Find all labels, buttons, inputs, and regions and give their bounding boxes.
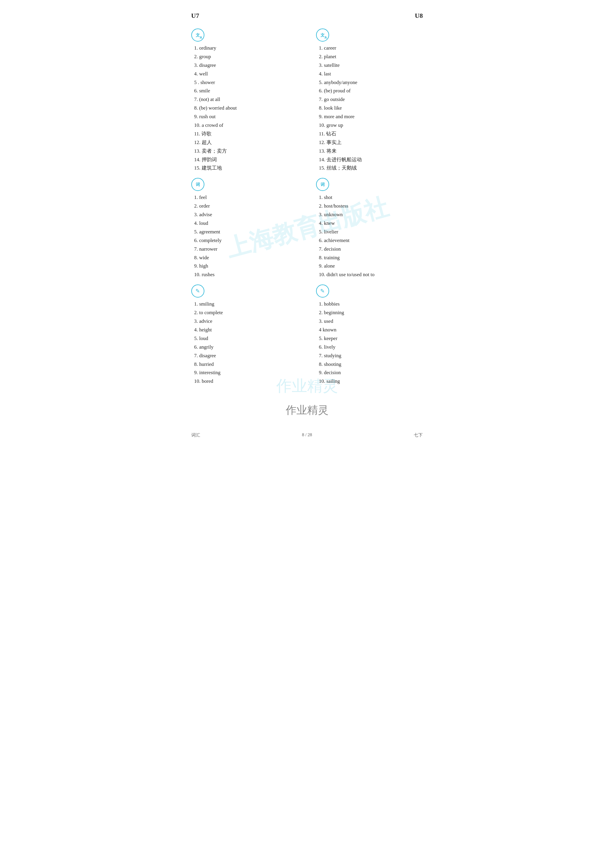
list-item: 1. shot	[319, 193, 423, 202]
footer-left: 词汇	[191, 432, 200, 438]
u7-title: U7	[191, 12, 199, 20]
list-item: 3. unknown	[319, 211, 423, 219]
u7-section-write-list: 1. smiling 2. to complete 3. advice 4. h…	[191, 300, 298, 386]
list-item: 10. rushes	[194, 271, 298, 279]
u7-section-a: 1. ordinary 2. group 3. disagree 4. well…	[191, 28, 298, 172]
u7-ci-icon	[191, 178, 205, 191]
list-item: 3. used	[319, 317, 423, 326]
u7-section-a-list: 1. ordinary 2. group 3. disagree 4. well…	[191, 44, 298, 172]
u7-write-icon	[191, 285, 205, 298]
list-item: 5. loud	[194, 334, 298, 343]
list-item: 6. achievement	[319, 236, 423, 245]
list-item: 5. keeper	[319, 334, 423, 343]
list-item: 4 known	[319, 326, 423, 334]
list-item: 12. 超人	[194, 138, 298, 147]
list-item: 7. disagree	[194, 352, 298, 360]
list-item: 8. hurried	[194, 360, 298, 369]
list-item: 6. (be) proud of	[319, 87, 423, 95]
list-item: 4. well	[194, 70, 298, 78]
list-item: 8. (be) worried about	[194, 104, 298, 113]
list-item: 3. advise	[194, 211, 298, 219]
list-item: 1. smiling	[194, 300, 298, 308]
u8-wen-a-symbol	[321, 33, 325, 38]
list-item: 3. disagree	[194, 61, 298, 70]
list-item: 2. to complete	[194, 308, 298, 317]
list-item: 10. a crowd of	[194, 121, 298, 130]
list-item: 10. bored	[194, 377, 298, 386]
logo-bottom: 作业精灵	[191, 403, 423, 417]
u7-wen-a-symbol	[196, 33, 200, 38]
list-item: 3. advice	[194, 317, 298, 326]
u8-section-a: 1. career 2. planet 3. satellite 4. last…	[316, 28, 423, 172]
list-item: 9. more and more	[319, 113, 423, 121]
list-item: 1. feel	[194, 193, 298, 202]
list-item: 11. 钻石	[319, 130, 423, 138]
page-footer: 词汇 8 / 28 七下	[191, 432, 423, 438]
u7-column: 1. ordinary 2. group 3. disagree 4. well…	[191, 28, 298, 391]
list-item: 2. order	[194, 202, 298, 211]
u8-section-ci: 1. shot 2. host/hostess 3. unknown 4. kn…	[316, 178, 423, 279]
list-item: 6. lively	[319, 343, 423, 352]
u7-write-symbol	[195, 288, 200, 294]
u7-section-a-icon-wrap	[191, 28, 298, 42]
u7-ci-symbol	[196, 182, 200, 188]
list-item: 10. grow up	[319, 121, 423, 130]
list-item: 5 . shower	[194, 78, 298, 87]
list-item: 7. studying	[319, 352, 423, 360]
list-item: 5. agreement	[194, 228, 298, 236]
list-item: 3. satellite	[319, 61, 423, 70]
list-item: 10. sailing	[319, 377, 423, 386]
list-item: 7. narrower	[194, 245, 298, 254]
u8-section-ci-list: 1. shot 2. host/hostess 3. unknown 4. kn…	[316, 193, 423, 279]
list-item: 6. completely	[194, 236, 298, 245]
list-item: 9. rush out	[194, 113, 298, 121]
list-item: 1. hobbies	[319, 300, 423, 308]
list-item: 8. wide	[194, 254, 298, 262]
page-header: U7 U8	[191, 12, 423, 20]
u8-title: U8	[415, 12, 423, 20]
main-columns: 1. ordinary 2. group 3. disagree 4. well…	[191, 28, 423, 391]
list-item: 6. angrily	[194, 343, 298, 352]
u8-ci-icon	[316, 178, 329, 191]
logo-text: 作业精灵	[286, 404, 329, 416]
list-item: 12. 事实上	[319, 138, 423, 147]
list-item: 8. shooting	[319, 360, 423, 369]
list-item: 2. host/hostess	[319, 202, 423, 211]
u8-ci-symbol	[321, 182, 325, 188]
list-item: 11. 诗歌	[194, 130, 298, 138]
list-item: 13. 卖者；卖方	[194, 147, 298, 156]
u8-section-ci-icon-wrap	[316, 178, 423, 191]
u7-section-ci: 1. feel 2. order 3. advise 4. loud 5. ag…	[191, 178, 298, 279]
list-item: 4. height	[194, 326, 298, 334]
list-item: 13. 将来	[319, 147, 423, 156]
list-item: 8. training	[319, 254, 423, 262]
u7-wen-a-icon	[191, 28, 205, 42]
u8-write-symbol	[320, 288, 325, 294]
u7-section-ci-icon-wrap	[191, 178, 298, 191]
u8-section-a-icon-wrap	[316, 28, 423, 42]
list-item: 8. look like	[319, 104, 423, 113]
list-item: 9. decision	[319, 369, 423, 377]
list-item: 9. interesting	[194, 369, 298, 377]
list-item: 1. career	[319, 44, 423, 53]
list-item: 5. livelier	[319, 228, 423, 236]
u8-section-a-list: 1. career 2. planet 3. satellite 4. last…	[316, 44, 423, 172]
list-item: 2. planet	[319, 53, 423, 61]
u7-section-write-icon-wrap	[191, 285, 298, 298]
list-item: 6. smile	[194, 87, 298, 95]
list-item: 14. 押韵词	[194, 156, 298, 164]
u8-section-write-list: 1. hobbies 2. beginning 3. used 4 known …	[316, 300, 423, 386]
list-item: 10. didn't use to/used not to	[319, 271, 423, 279]
u8-section-write: 1. hobbies 2. beginning 3. used 4 known …	[316, 285, 423, 386]
footer-right: 七下	[414, 432, 423, 438]
u8-write-icon	[316, 285, 329, 298]
list-item: 14. 去进行帆船运动	[319, 156, 423, 164]
u7-section-write: 1. smiling 2. to complete 3. advice 4. h…	[191, 285, 298, 386]
list-item: 15. 丝绒；天鹅绒	[319, 164, 423, 172]
list-item: 15. 建筑工地	[194, 164, 298, 172]
list-item: 2. beginning	[319, 308, 423, 317]
list-item: 5. anybody/anyone	[319, 78, 423, 87]
list-item: 4. knew	[319, 219, 423, 228]
list-item: 4. loud	[194, 219, 298, 228]
u8-wen-a-icon	[316, 28, 329, 42]
